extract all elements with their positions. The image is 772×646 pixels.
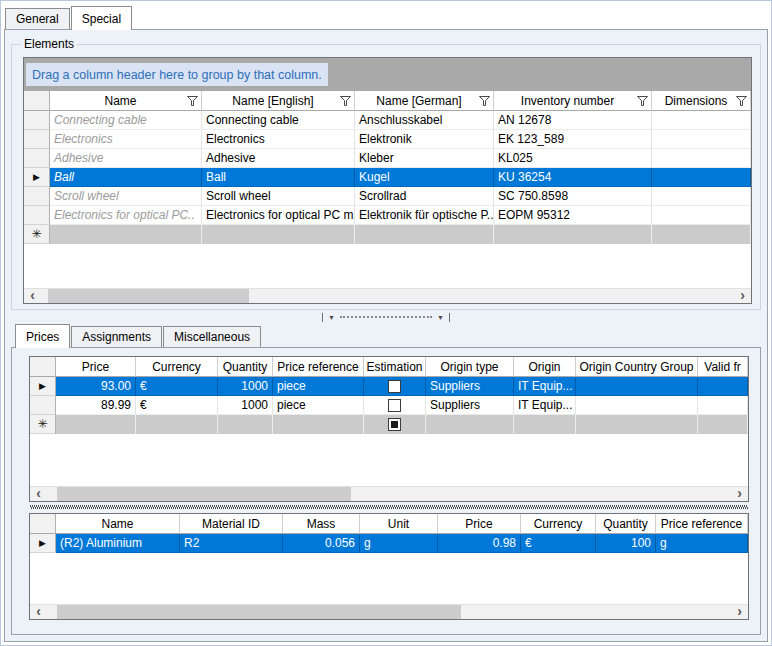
estimation-checkbox[interactable] (388, 380, 401, 393)
column-header-name-german[interactable]: Name [German] (355, 91, 494, 111)
cell-empty[interactable] (273, 415, 364, 434)
column-header-name[interactable]: Name (56, 514, 180, 534)
cell-price[interactable]: 89.99 (56, 396, 136, 415)
column-header-quantity[interactable]: Quantity (596, 514, 656, 534)
table-row-selected[interactable]: ▶ Ball Ball Kugel KU 36254 (24, 168, 751, 187)
scrollbar-thumb[interactable] (57, 605, 461, 619)
scroll-right-icon[interactable]: › (731, 605, 748, 619)
column-header-name-english[interactable]: Name [English] (202, 91, 355, 111)
scrollbar-track[interactable] (47, 487, 731, 501)
scroll-left-icon[interactable]: ‹ (24, 289, 41, 303)
cell-name-german[interactable]: Elektronik (355, 130, 494, 149)
cell-inventory[interactable]: KL025 (494, 149, 652, 168)
cell-name[interactable]: Ball (50, 168, 202, 187)
new-row-header[interactable]: ✳ (24, 225, 50, 244)
cell-inventory[interactable]: KU 36254 (494, 168, 652, 187)
cell-dimensions[interactable] (652, 111, 751, 130)
table-row[interactable]: Electronics Electronics Elektronik EK 12… (24, 130, 751, 149)
column-header-estimation[interactable]: Estimation (364, 357, 426, 377)
cell-name-english[interactable]: Adhesive (202, 149, 355, 168)
scrollbar-track[interactable] (41, 289, 734, 303)
scroll-right-icon[interactable]: › (734, 289, 751, 303)
estimation-checkbox[interactable] (388, 399, 401, 412)
cell-name-german[interactable]: Elektronik für optische P... (355, 206, 494, 225)
cell-price[interactable]: 0.98 (438, 534, 521, 553)
estimation-checkbox-indeterminate[interactable] (388, 418, 401, 431)
cell-currency[interactable]: € (521, 534, 596, 553)
filter-icon[interactable] (340, 96, 351, 106)
row-header[interactable] (24, 130, 50, 149)
row-header[interactable] (24, 187, 50, 206)
new-row-header[interactable]: ✳ (30, 415, 56, 434)
filter-icon[interactable] (736, 96, 747, 106)
scroll-right-icon[interactable]: › (731, 487, 748, 501)
cell-inventory[interactable]: EK 123_589 (494, 130, 652, 149)
cell-material-id[interactable]: R2 (180, 534, 283, 553)
column-header-origin-type[interactable]: Origin type (426, 357, 514, 377)
cell-quantity[interactable]: 1000 (218, 396, 273, 415)
cell-name-english[interactable]: Connecting cable (202, 111, 355, 130)
cell-valid-from[interactable] (698, 396, 748, 415)
cell-price-reference[interactable]: piece (273, 377, 364, 396)
cell-origin[interactable]: IT Equip... (514, 377, 576, 396)
column-header-dimensions[interactable]: Dimensions (652, 91, 751, 111)
cell-dimensions[interactable] (652, 206, 751, 225)
cell-name[interactable]: (R2) Aluminium (56, 534, 180, 553)
row-header[interactable] (24, 111, 50, 130)
cell-price-reference[interactable]: piece (273, 396, 364, 415)
tab-prices[interactable]: Prices (15, 324, 70, 348)
cell-name-german[interactable]: Anschlusskabel (355, 111, 494, 130)
column-header-inventory-number[interactable]: Inventory number (494, 91, 652, 111)
filter-icon[interactable] (187, 96, 198, 106)
column-header-price-reference[interactable]: Price reference (656, 514, 748, 534)
cell-estimation[interactable] (364, 396, 426, 415)
cell-empty[interactable] (136, 415, 218, 434)
cell-empty[interactable] (56, 415, 136, 434)
tab-miscellaneous[interactable]: Miscellaneous (163, 326, 261, 347)
splitter-handle[interactable]: ▼ ▼ (322, 313, 450, 322)
cell-estimation[interactable] (364, 377, 426, 396)
cell-name[interactable]: Adhesive (50, 149, 202, 168)
cell-dimensions[interactable] (652, 168, 751, 187)
row-header[interactable] (24, 149, 50, 168)
prices-grid-hscrollbar[interactable]: ‹ › (30, 486, 748, 501)
cell-quantity[interactable]: 100 (596, 534, 656, 553)
cell-name-english[interactable]: Electronics for optical PC m... (202, 206, 355, 225)
row-header-current[interactable]: ▶ (30, 534, 56, 553)
scrollbar-thumb[interactable] (48, 289, 249, 303)
cell-name-english[interactable]: Ball (202, 168, 355, 187)
tab-assignments[interactable]: Assignments (71, 326, 162, 347)
horizontal-splitter[interactable]: ▼ ▼ (11, 310, 761, 324)
cell-inventory[interactable]: EOPM 95312 (494, 206, 652, 225)
table-row[interactable]: Scroll wheel Scroll wheel Scrollrad SC 7… (24, 187, 751, 206)
group-by-hint[interactable]: Drag a column header here to group by th… (26, 63, 328, 86)
column-header-unit[interactable]: Unit (360, 514, 438, 534)
cell-origin-country-group[interactable] (576, 377, 698, 396)
group-by-band[interactable]: Drag a column header here to group by th… (24, 58, 751, 91)
column-header-quantity[interactable]: Quantity (218, 357, 273, 377)
cell-empty[interactable] (426, 415, 514, 434)
new-row[interactable]: ✳ (30, 415, 748, 434)
new-row[interactable]: ✳ (24, 225, 751, 244)
column-header-material-id[interactable]: Material ID (180, 514, 283, 534)
cell-unit[interactable]: g (360, 534, 438, 553)
cell-origin[interactable]: IT Equip... (514, 396, 576, 415)
column-header-currency[interactable]: Currency (521, 514, 596, 534)
cell-currency[interactable]: € (136, 377, 218, 396)
cell-empty[interactable] (514, 415, 576, 434)
row-header[interactable] (30, 396, 56, 415)
cell-dimensions[interactable] (652, 149, 751, 168)
cell-dimensions[interactable] (652, 187, 751, 206)
filter-icon[interactable] (637, 96, 648, 106)
scroll-left-icon[interactable]: ‹ (30, 487, 47, 501)
cell-name[interactable]: Electronics for optical PC.. (50, 206, 202, 225)
cell-name[interactable]: Connecting cable (50, 111, 202, 130)
scrollbar-track[interactable] (47, 605, 731, 619)
cell-name-english[interactable]: Electronics (202, 130, 355, 149)
cell-currency[interactable]: € (136, 396, 218, 415)
filter-icon[interactable] (479, 96, 490, 106)
cell-inventory[interactable]: AN 12678 (494, 111, 652, 130)
cell-name-german[interactable]: Scrollrad (355, 187, 494, 206)
scroll-left-icon[interactable]: ‹ (30, 605, 47, 619)
cell-price[interactable]: 93.00 (56, 377, 136, 396)
